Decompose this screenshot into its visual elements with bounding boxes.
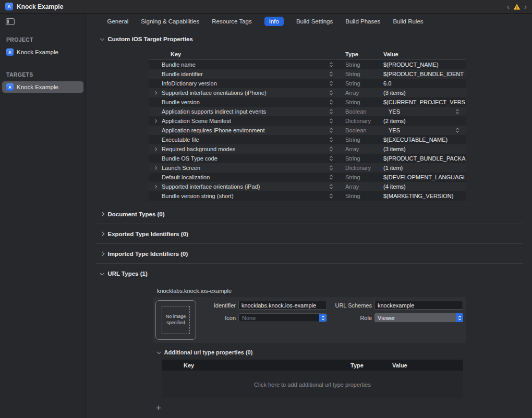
value-stepper-icon[interactable] [455,108,460,115]
key-stepper-icon[interactable] [329,90,333,96]
sidebar-toggle-icon[interactable] [6,18,15,25]
tab-general[interactable]: General [107,18,128,24]
dropdown-arrows-icon [456,313,463,322]
property-value-field[interactable]: $(CURRENT_PROJECT_VERS [381,97,466,107]
property-value-field[interactable]: $(PRODUCT_NAME) [381,60,466,69]
section-imported-type-identifiers-0[interactable]: Imported Type Identifiers (0) [95,244,523,264]
property-value-label: $(PRODUCT_BUNDLE_PACKA [383,155,466,162]
key-stepper-icon[interactable] [329,165,333,171]
dropdown-arrows-icon [319,314,327,322]
sidebar-toolbar [0,14,86,29]
property-row[interactable]: Executable fileString$(EXECUTABLE_NAME) [149,135,466,144]
key-stepper-icon[interactable] [329,71,333,77]
property-value-field[interactable]: YES [381,126,466,135]
tab-build-settings[interactable]: Build Settings [296,18,333,24]
key-stepper-icon[interactable] [329,108,333,115]
key-stepper-icon[interactable] [329,62,333,68]
property-row[interactable]: Bundle identifierString$(PRODUCT_BUNDLE_… [149,69,466,79]
property-key-label: Application requires iPhone environment [162,127,265,133]
add-property-hint[interactable]: Click here to add additional url type pr… [162,371,463,398]
url-type-image-well[interactable]: No image specified [155,300,196,340]
key-stepper-icon[interactable] [329,155,333,162]
property-value-field[interactable]: (4 items) [381,182,466,191]
property-row[interactable]: Required background modesArray(3 items) [149,144,466,154]
tab-build-phases[interactable]: Build Phases [345,18,380,24]
warning-icon[interactable] [513,4,521,10]
property-row[interactable]: Bundle versionString$(CURRENT_PROJECT_VE… [149,97,466,107]
property-type-label: Dictionary [339,163,381,173]
section-custom-ios-target-properties[interactable]: Custom iOS Target Properties [95,29,523,46]
key-stepper-icon[interactable] [329,127,333,133]
chevron-right-icon[interactable] [153,119,156,122]
property-value-field[interactable]: $(DEVELOPMENT_LANGUAGI [381,173,466,182]
property-row[interactable]: Launch ScreenDictionary(1 item) [149,163,466,173]
key-stepper-icon[interactable] [329,183,333,190]
key-stepper-icon[interactable] [329,99,333,105]
property-row[interactable]: Bundle OS Type codeString$(PRODUCT_BUNDL… [149,154,466,163]
property-key-cell: Supported interface orientations (iPad) [149,182,339,191]
value-stepper-icon[interactable] [455,127,460,133]
sidebar-item-project[interactable]: A Knock Example [2,46,83,58]
add-url-type-button[interactable]: + [154,404,163,413]
property-row[interactable]: Bundle nameString$(PRODUCT_NAME) [149,60,466,69]
property-row[interactable]: Supported interface orientations (iPhone… [149,88,466,97]
property-value-label: YES [389,108,400,115]
key-stepper-icon[interactable] [329,80,333,87]
info-editor-content: Custom iOS Target Properties Key Type Va… [86,29,532,418]
property-value-field[interactable]: (3 items) [381,88,466,97]
editor-tabbar: GeneralSigning & CapabilitiesResource Ta… [86,14,532,29]
section-exported-type-identifiers-0[interactable]: Exported Type Identifiers (0) [95,224,523,244]
key-stepper-icon[interactable] [329,193,333,199]
property-value-field[interactable]: $(MARKETING_VERSION) [381,191,466,201]
property-row[interactable]: Application requires iPhone environmentB… [149,126,466,135]
section-additional-url-type-properties[interactable]: Additional url type properties (0) [158,349,523,355]
property-key-label: InfoDictionary version [162,80,217,87]
project-file-icon: A [6,48,14,56]
property-row[interactable]: Application supports indirect input even… [149,107,466,116]
back-chevron-icon[interactable]: ‹ [507,3,510,10]
property-key-cell: Bundle identifier [149,69,339,79]
key-stepper-icon[interactable] [329,174,333,180]
chevron-right-icon [100,252,104,256]
property-type-label: String [339,135,381,144]
property-value-field[interactable]: (3 items) [381,144,466,154]
property-row[interactable]: Supported interface orientations (iPad)A… [149,182,466,191]
tab-signing-capabilities[interactable]: Signing & Capabilities [141,18,199,24]
tab-build-rules[interactable]: Build Rules [393,18,423,24]
key-stepper-icon[interactable] [329,137,333,143]
url-schemes-field[interactable]: knockexample [374,301,463,310]
chevron-right-icon[interactable] [153,166,156,169]
section-url-types[interactable]: URL Types (1) [95,264,523,284]
property-row[interactable]: Default localizationString$(DEVELOPMENT_… [149,173,466,182]
property-key-label: Bundle identifier [162,71,203,77]
property-value-field[interactable]: $(PRODUCT_BUNDLE_PACKA [381,154,466,163]
property-row[interactable]: InfoDictionary versionString6.0 [149,79,466,88]
forward-chevron-icon[interactable]: › [524,3,527,10]
key-stepper-icon[interactable] [329,146,333,152]
tab-info[interactable]: Info [264,17,284,26]
chevron-right-icon[interactable] [153,91,156,94]
property-value-field[interactable]: (1 item) [381,163,466,173]
property-value-field[interactable]: (2 items) [381,116,466,126]
identifier-field[interactable]: knocklabs.knock.ios-example [238,301,327,310]
chevron-right-icon[interactable] [153,185,156,188]
tab-resource-tags[interactable]: Resource Tags [212,18,252,24]
property-key-label: Supported interface orientations (iPad) [162,183,260,190]
property-value-field[interactable]: 6.0 [381,79,466,88]
section-title: Document Types (0) [108,211,165,217]
property-row[interactable]: Bundle version string (short)String$(MAR… [149,191,466,201]
property-value-field[interactable]: $(EXECUTABLE_NAME) [381,135,466,144]
column-header-value: Value [381,51,466,57]
role-dropdown[interactable]: Viewer [374,313,463,322]
key-stepper-icon[interactable] [329,118,333,124]
property-type-label: Boolean [339,126,381,135]
property-row[interactable]: Application Scene ManifestDictionary(2 i… [149,116,466,126]
icon-dropdown[interactable]: None [238,313,327,322]
property-value-field[interactable]: YES [381,107,466,116]
section-document-types-0[interactable]: Document Types (0) [95,204,523,224]
property-value-field[interactable]: $(PRODUCT_BUNDLE_IDENT [381,69,466,79]
titlebar-actions: ‹ › [507,3,527,10]
sidebar-item-target[interactable]: A Knock Example [2,81,83,93]
property-type-label: Array [339,182,381,191]
chevron-right-icon[interactable] [153,147,156,151]
